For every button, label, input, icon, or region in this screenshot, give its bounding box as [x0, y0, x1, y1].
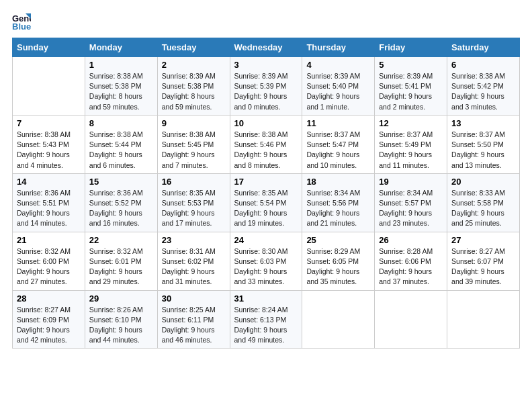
- cell-5-3: 30Sunrise: 8:25 AM Sunset: 6:11 PM Dayli…: [157, 290, 230, 349]
- day-number: 21: [17, 235, 81, 245]
- day-info: Sunrise: 8:38 AM Sunset: 5:44 PM Dayligh…: [89, 130, 153, 171]
- cell-1-3: 2Sunrise: 8:39 AM Sunset: 5:38 PM Daylig…: [157, 57, 230, 116]
- day-info: Sunrise: 8:34 AM Sunset: 5:56 PM Dayligh…: [306, 188, 370, 229]
- day-info: Sunrise: 8:38 AM Sunset: 5:46 PM Dayligh…: [234, 130, 298, 171]
- day-info: Sunrise: 8:39 AM Sunset: 5:38 PM Dayligh…: [162, 71, 226, 112]
- day-info: Sunrise: 8:38 AM Sunset: 5:43 PM Dayligh…: [17, 130, 81, 171]
- col-header-wednesday: Wednesday: [230, 38, 302, 57]
- day-number: 4: [306, 60, 370, 70]
- day-number: 12: [379, 118, 443, 128]
- cell-2-4: 10Sunrise: 8:38 AM Sunset: 5:46 PM Dayli…: [230, 115, 302, 173]
- cell-1-1: [13, 57, 85, 116]
- day-info: Sunrise: 8:35 AM Sunset: 5:53 PM Dayligh…: [162, 188, 226, 229]
- calendar-table: SundayMondayTuesdayWednesdayThursdayFrid…: [12, 38, 520, 349]
- col-header-sunday: Sunday: [13, 38, 85, 57]
- cell-2-5: 11Sunrise: 8:37 AM Sunset: 5:47 PM Dayli…: [302, 115, 375, 173]
- day-info: Sunrise: 8:32 AM Sunset: 6:01 PM Dayligh…: [89, 246, 153, 287]
- cell-1-2: 1Sunrise: 8:38 AM Sunset: 5:38 PM Daylig…: [85, 57, 157, 116]
- day-info: Sunrise: 8:33 AM Sunset: 5:58 PM Dayligh…: [451, 188, 515, 229]
- cell-5-7: [447, 290, 520, 349]
- day-info: Sunrise: 8:37 AM Sunset: 5:47 PM Dayligh…: [306, 130, 370, 171]
- day-number: 15: [89, 177, 153, 187]
- cell-5-2: 29Sunrise: 8:26 AM Sunset: 6:10 PM Dayli…: [85, 290, 157, 349]
- logo-icon: General Blue: [12, 12, 31, 31]
- day-number: 25: [306, 235, 370, 245]
- day-number: 18: [306, 177, 370, 187]
- cell-4-2: 22Sunrise: 8:32 AM Sunset: 6:01 PM Dayli…: [85, 232, 157, 290]
- day-info: Sunrise: 8:30 AM Sunset: 6:03 PM Dayligh…: [234, 246, 298, 287]
- week-row-5: 28Sunrise: 8:27 AM Sunset: 6:09 PM Dayli…: [13, 290, 520, 349]
- col-header-friday: Friday: [375, 38, 447, 57]
- cell-2-3: 9Sunrise: 8:38 AM Sunset: 5:45 PM Daylig…: [157, 115, 230, 173]
- day-info: Sunrise: 8:38 AM Sunset: 5:45 PM Dayligh…: [162, 130, 226, 171]
- cell-3-7: 20Sunrise: 8:33 AM Sunset: 5:58 PM Dayli…: [447, 173, 520, 232]
- day-number: 2: [162, 60, 226, 70]
- day-number: 1: [89, 60, 153, 70]
- cell-2-1: 7Sunrise: 8:38 AM Sunset: 5:43 PM Daylig…: [13, 115, 85, 173]
- cell-4-1: 21Sunrise: 8:32 AM Sunset: 6:00 PM Dayli…: [13, 232, 85, 290]
- day-info: Sunrise: 8:39 AM Sunset: 5:41 PM Dayligh…: [379, 71, 443, 112]
- cell-3-6: 19Sunrise: 8:34 AM Sunset: 5:57 PM Dayli…: [375, 173, 447, 232]
- week-row-1: 1Sunrise: 8:38 AM Sunset: 5:38 PM Daylig…: [13, 57, 520, 116]
- day-number: 20: [451, 177, 515, 187]
- col-header-saturday: Saturday: [447, 38, 520, 57]
- day-info: Sunrise: 8:34 AM Sunset: 5:57 PM Dayligh…: [379, 188, 443, 229]
- day-number: 17: [234, 177, 298, 187]
- day-number: 3: [234, 60, 298, 70]
- day-info: Sunrise: 8:27 AM Sunset: 6:09 PM Dayligh…: [17, 305, 81, 346]
- cell-4-3: 23Sunrise: 8:31 AM Sunset: 6:02 PM Dayli…: [157, 232, 230, 290]
- day-info: Sunrise: 8:24 AM Sunset: 6:13 PM Dayligh…: [234, 305, 298, 346]
- day-info: Sunrise: 8:36 AM Sunset: 5:51 PM Dayligh…: [17, 188, 81, 229]
- day-info: Sunrise: 8:39 AM Sunset: 5:39 PM Dayligh…: [234, 71, 298, 112]
- cell-3-5: 18Sunrise: 8:34 AM Sunset: 5:56 PM Dayli…: [302, 173, 375, 232]
- day-info: Sunrise: 8:29 AM Sunset: 6:05 PM Dayligh…: [306, 246, 370, 287]
- header: General Blue: [12, 12, 520, 31]
- day-number: 11: [306, 118, 370, 128]
- cell-1-4: 3Sunrise: 8:39 AM Sunset: 5:39 PM Daylig…: [230, 57, 302, 116]
- cell-3-1: 14Sunrise: 8:36 AM Sunset: 5:51 PM Dayli…: [13, 173, 85, 232]
- calendar-header-row: SundayMondayTuesdayWednesdayThursdayFrid…: [13, 38, 520, 57]
- day-number: 9: [162, 118, 226, 128]
- cell-2-7: 13Sunrise: 8:37 AM Sunset: 5:50 PM Dayli…: [447, 115, 520, 173]
- day-number: 14: [17, 177, 81, 187]
- week-row-2: 7Sunrise: 8:38 AM Sunset: 5:43 PM Daylig…: [13, 115, 520, 173]
- day-info: Sunrise: 8:31 AM Sunset: 6:02 PM Dayligh…: [162, 246, 226, 287]
- day-number: 13: [451, 118, 515, 128]
- cell-1-5: 4Sunrise: 8:39 AM Sunset: 5:40 PM Daylig…: [302, 57, 375, 116]
- day-number: 7: [17, 118, 81, 128]
- cell-4-7: 27Sunrise: 8:27 AM Sunset: 6:07 PM Dayli…: [447, 232, 520, 290]
- day-number: 28: [17, 293, 81, 304]
- cell-5-4: 31Sunrise: 8:24 AM Sunset: 6:13 PM Dayli…: [230, 290, 302, 349]
- cell-5-6: [375, 290, 447, 349]
- day-number: 16: [162, 177, 226, 187]
- cell-1-6: 5Sunrise: 8:39 AM Sunset: 5:41 PM Daylig…: [375, 57, 447, 116]
- col-header-tuesday: Tuesday: [157, 38, 230, 57]
- day-number: 29: [89, 293, 153, 304]
- day-info: Sunrise: 8:37 AM Sunset: 5:50 PM Dayligh…: [451, 130, 515, 171]
- week-row-3: 14Sunrise: 8:36 AM Sunset: 5:51 PM Dayli…: [13, 173, 520, 232]
- day-number: 30: [162, 293, 226, 304]
- cell-4-6: 26Sunrise: 8:28 AM Sunset: 6:06 PM Dayli…: [375, 232, 447, 290]
- day-number: 23: [162, 235, 226, 245]
- cell-4-4: 24Sunrise: 8:30 AM Sunset: 6:03 PM Dayli…: [230, 232, 302, 290]
- day-number: 24: [234, 235, 298, 245]
- day-number: 22: [89, 235, 153, 245]
- day-number: 19: [379, 177, 443, 187]
- svg-text:Blue: Blue: [12, 21, 31, 31]
- day-number: 8: [89, 118, 153, 128]
- day-info: Sunrise: 8:38 AM Sunset: 5:42 PM Dayligh…: [451, 71, 515, 112]
- day-info: Sunrise: 8:35 AM Sunset: 5:54 PM Dayligh…: [234, 188, 298, 229]
- col-header-thursday: Thursday: [302, 38, 375, 57]
- cell-3-2: 15Sunrise: 8:36 AM Sunset: 5:52 PM Dayli…: [85, 173, 157, 232]
- page-container: General Blue SundayMondayTuesdayWednesda…: [0, 0, 532, 355]
- cell-3-3: 16Sunrise: 8:35 AM Sunset: 5:53 PM Dayli…: [157, 173, 230, 232]
- day-number: 26: [379, 235, 443, 245]
- day-number: 31: [234, 293, 298, 304]
- day-info: Sunrise: 8:26 AM Sunset: 6:10 PM Dayligh…: [89, 305, 153, 346]
- cell-2-2: 8Sunrise: 8:38 AM Sunset: 5:44 PM Daylig…: [85, 115, 157, 173]
- cell-1-7: 6Sunrise: 8:38 AM Sunset: 5:42 PM Daylig…: [447, 57, 520, 116]
- day-info: Sunrise: 8:38 AM Sunset: 5:38 PM Dayligh…: [89, 71, 153, 112]
- cell-4-5: 25Sunrise: 8:29 AM Sunset: 6:05 PM Dayli…: [302, 232, 375, 290]
- cell-3-4: 17Sunrise: 8:35 AM Sunset: 5:54 PM Dayli…: [230, 173, 302, 232]
- day-info: Sunrise: 8:39 AM Sunset: 5:40 PM Dayligh…: [306, 71, 370, 112]
